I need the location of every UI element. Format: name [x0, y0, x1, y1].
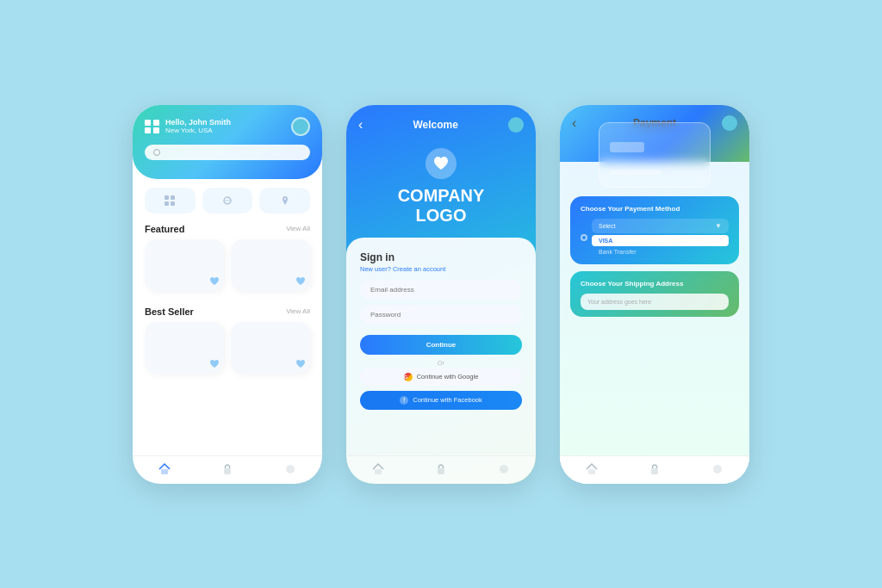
bestseller-title: Best Seller [145, 306, 194, 317]
payment-dropdown[interactable]: Select ▼ VISA Bank Transfer [592, 219, 729, 257]
menu-icon[interactable] [145, 120, 160, 133]
svg-rect-12 [375, 469, 382, 474]
svg-rect-15 [588, 469, 595, 474]
svg-rect-10 [224, 468, 231, 474]
logo-heart [425, 148, 457, 179]
featured-view-all[interactable]: View All [286, 225, 310, 232]
featured-card-1[interactable] [145, 239, 224, 291]
bestseller-section: Best Seller View All [133, 300, 322, 377]
create-account-link[interactable]: Create an account [393, 265, 445, 273]
bestseller-card-2[interactable] [231, 322, 310, 374]
p2-nav-lock[interactable] [435, 463, 447, 475]
google-signin-btn[interactable]: G Continue with Google [360, 368, 522, 387]
email-input[interactable] [360, 280, 522, 300]
p2-nav-home[interactable] [372, 463, 384, 475]
chat-icon [222, 195, 233, 206]
facebook-btn-label: Continue with Facebook [413, 396, 481, 404]
user-greeting: Hello, John Smith [165, 118, 291, 127]
logo-area: COMPANY LOGO [346, 133, 536, 238]
p3-nav-home[interactable] [586, 463, 598, 475]
phone3-body: Choose Your Payment Method Select ▼ VISA… [560, 162, 749, 455]
grid-small-icon [165, 195, 175, 206]
p3-nav-profile[interactable] [711, 463, 724, 475]
phone3-bottom-nav [560, 455, 749, 484]
facebook-signin-btn[interactable]: f Continue with Facebook [360, 391, 522, 410]
address-input[interactable]: Your address goes here [581, 294, 729, 310]
phone-2: ‹ Welcome COMPANY LOGO Sign in New user?… [346, 105, 536, 484]
p3-back-button[interactable]: ‹ [572, 115, 576, 131]
phone2-bottom-nav [346, 455, 536, 484]
svg-rect-16 [651, 468, 658, 474]
svg-rect-2 [165, 201, 169, 206]
chat-action-btn[interactable] [202, 188, 253, 214]
p3-nav-lock[interactable] [649, 463, 661, 475]
back-button[interactable]: ‹ [358, 117, 363, 133]
continue-button[interactable]: Continue [360, 335, 522, 355]
card-number-line [610, 170, 662, 175]
new-user-text: New user? Create an account [360, 265, 522, 273]
heart-icon [209, 276, 220, 287]
shipping-address-section: Choose Your Shipping Address Your addres… [570, 271, 739, 317]
location-icon [280, 195, 290, 206]
card-chip [610, 142, 644, 152]
featured-section: Featured View All [133, 217, 322, 294]
phone-3: ‹ Payment Choose Your Payment Method Sel… [560, 105, 749, 484]
location-action-btn[interactable] [259, 188, 310, 214]
heart-icon-3 [209, 359, 220, 369]
payment-radio[interactable] [581, 234, 587, 241]
svg-point-11 [286, 465, 295, 473]
password-input[interactable] [360, 305, 522, 325]
svg-point-14 [500, 465, 508, 473]
dropdown-chevron-icon: ▼ [715, 222, 722, 230]
google-icon: G [404, 373, 413, 381]
avatar[interactable] [291, 117, 310, 136]
google-btn-label: Continue with Google [417, 373, 479, 381]
bestseller-view-all[interactable]: View All [286, 307, 310, 315]
credit-card-visual [599, 122, 711, 188]
shipping-address-title: Choose Your Shipping Address [581, 280, 729, 288]
svg-point-5 [225, 200, 226, 201]
signin-form: Sign in New user? Create an account Cont… [346, 238, 536, 455]
nav-home[interactable] [158, 463, 171, 475]
featured-card-2[interactable] [231, 239, 310, 291]
bank-transfer-option[interactable]: Bank Transfer [592, 246, 729, 257]
or-divider: Or [360, 360, 522, 366]
nav-lock[interactable] [221, 463, 233, 475]
phone-1: Hello, John Smith New York, USA Featured… [133, 105, 322, 484]
user-info: Hello, John Smith New York, USA [165, 118, 291, 134]
facebook-icon: f [400, 396, 408, 405]
user-location: New York, USA [165, 127, 291, 134]
bestseller-card-1[interactable] [145, 322, 224, 374]
svg-rect-1 [171, 195, 175, 200]
company-logo-text: COMPANY LOGO [398, 186, 485, 226]
svg-point-6 [227, 200, 227, 201]
select-placeholder: Select [599, 223, 615, 229]
signin-title: Sign in [360, 251, 522, 263]
phone1-bottom-nav [133, 455, 322, 484]
grid-action-btn[interactable] [145, 188, 196, 214]
featured-title: Featured [145, 224, 184, 234]
p2-nav-profile[interactable] [498, 463, 510, 475]
nav-grid[interactable] [284, 463, 296, 475]
search-icon [153, 149, 160, 156]
phone2-title: Welcome [413, 119, 457, 131]
payment-select[interactable]: Select ▼ [592, 219, 729, 233]
svg-rect-3 [171, 201, 175, 206]
phone2-bg: ‹ Welcome COMPANY LOGO Sign in New user?… [346, 105, 536, 484]
svg-rect-9 [161, 469, 168, 474]
search-bar[interactable] [145, 145, 310, 160]
svg-point-17 [713, 465, 722, 473]
svg-rect-0 [165, 195, 169, 200]
p3-avatar [722, 115, 737, 131]
phone2-header: ‹ Welcome [346, 105, 536, 133]
visa-option[interactable]: VISA [592, 235, 729, 246]
svg-point-8 [284, 198, 286, 200]
svg-point-7 [228, 200, 229, 201]
phone1-header: Hello, John Smith New York, USA [133, 105, 322, 179]
payment-method-section: Choose Your Payment Method Select ▼ VISA… [570, 196, 739, 264]
heart-icon-4 [295, 359, 306, 369]
phone2-avatar [508, 117, 524, 133]
heart-icon-2 [295, 276, 306, 287]
payment-method-title: Choose Your Payment Method [581, 205, 729, 213]
phone3-header: ‹ Payment [560, 105, 749, 162]
